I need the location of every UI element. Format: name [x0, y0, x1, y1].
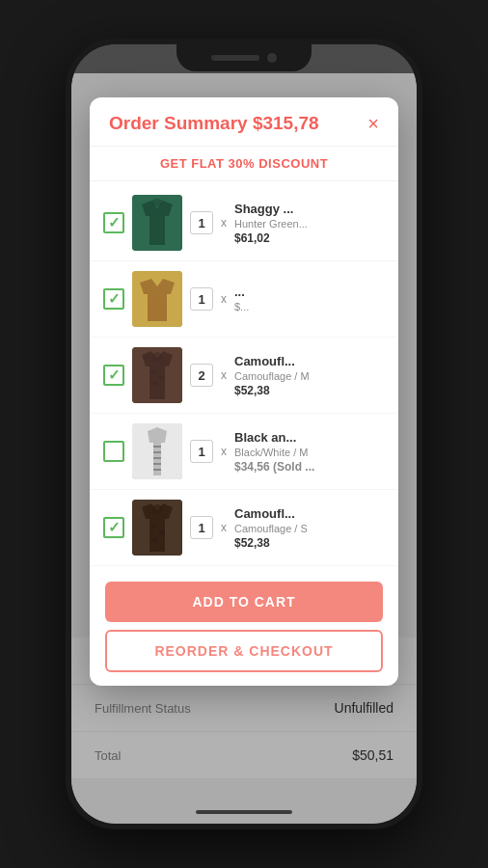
svg-rect-18 — [159, 530, 165, 535]
item-4-variant: Black/White / M — [234, 447, 385, 458]
svg-rect-3 — [148, 298, 167, 321]
close-button[interactable]: × — [367, 114, 379, 133]
checkmark-icon-5: ✓ — [108, 519, 121, 536]
modal-title: Order Summary $315,78 — [109, 113, 319, 134]
speaker-icon — [211, 55, 259, 61]
item-4-details: Black an... Black/White / M $34,56 (Sold… — [234, 430, 385, 474]
add-to-cart-button[interactable]: ADD TO CART — [105, 582, 383, 622]
reorder-checkout-button[interactable]: REORDER & CHECKOUT — [105, 630, 383, 672]
item-2-variant: $... — [234, 301, 385, 312]
item-4-name: Black an... — [234, 430, 385, 445]
item-3-clothing-svg — [132, 347, 182, 403]
order-item-4: 1 x Black an... Black/White / M $34,56 (… — [90, 414, 398, 490]
items-list: ✓ 1 x — [90, 181, 398, 570]
checkmark-icon: ✓ — [108, 214, 121, 231]
item-2-image — [132, 271, 182, 327]
item-1-details: Shaggy ... Hunter Green... $61,02 — [234, 202, 385, 245]
item-4-checkbox[interactable] — [103, 441, 124, 462]
times-sign-2: x — [221, 292, 227, 306]
times-sign-1: x — [221, 216, 227, 230]
svg-point-16 — [152, 504, 162, 514]
checkmark-icon-2: ✓ — [108, 290, 121, 308]
phone-screen: Payment Status Pending Fulfillment Statu… — [71, 44, 417, 824]
item-1-price: $61,02 — [234, 231, 385, 245]
item-4-clothing-svg — [132, 423, 182, 479]
item-3-price: $52,38 — [234, 384, 385, 397]
item-5-details: Camoufl... Camouflage / S $52,38 — [234, 506, 385, 550]
item-1-clothing-svg — [132, 195, 182, 251]
item-5-clothing-svg — [132, 500, 182, 556]
modal-header: Order Summary $315,78 × — [90, 97, 398, 147]
svg-rect-7 — [159, 376, 164, 380]
order-summary-modal: Order Summary $315,78 × GET FLAT 30% DIS… — [90, 97, 398, 686]
times-sign-5: x — [221, 521, 227, 534]
item-4-image — [132, 423, 182, 479]
item-1-quantity: 1 — [190, 211, 213, 234]
item-2-clothing-svg — [132, 271, 182, 327]
svg-rect-6 — [149, 370, 155, 375]
phone-notch — [176, 44, 312, 71]
item-2-quantity: 1 — [190, 287, 213, 311]
order-item-1: ✓ 1 x — [90, 185, 398, 261]
item-3-quantity: 2 — [190, 364, 213, 387]
order-item-2: ✓ 1 x — [90, 261, 398, 338]
order-item-3: ✓ — [90, 338, 398, 414]
checkmark-icon-3: ✓ — [108, 366, 121, 384]
item-5-name: Camoufl... — [234, 506, 385, 521]
item-3-image — [132, 347, 182, 403]
discount-banner: GET FLAT 30% DISCOUNT — [90, 147, 398, 181]
modal-overlay: Order Summary $315,78 × GET FLAT 30% DIS… — [71, 44, 417, 824]
item-1-image — [132, 195, 182, 251]
modal-actions: ADD TO CART REORDER & CHECKOUT — [90, 570, 398, 686]
svg-point-1 — [151, 199, 163, 206]
phone-frame: Payment Status Pending Fulfillment Statu… — [66, 39, 422, 829]
camera-icon — [267, 53, 277, 63]
item-5-quantity: 1 — [190, 516, 213, 539]
times-sign-4: x — [221, 445, 227, 458]
svg-rect-19 — [151, 538, 158, 542]
item-2-checkbox[interactable]: ✓ — [103, 288, 124, 310]
times-sign-3: x — [221, 368, 227, 382]
item-3-variant: Camouflage / M — [234, 370, 385, 382]
item-2-details: ... $... — [234, 285, 385, 314]
item-4-price: $34,56 (Sold ... — [234, 460, 385, 474]
item-1-checkbox[interactable]: ✓ — [103, 212, 124, 233]
svg-point-5 — [152, 352, 162, 362]
order-item-5: ✓ — [90, 490, 398, 566]
item-5-price: $52,38 — [234, 536, 385, 550]
item-3-details: Camoufl... Camouflage / M $52,38 — [234, 354, 385, 397]
item-5-checkbox[interactable]: ✓ — [103, 517, 124, 538]
item-4-quantity: 1 — [190, 440, 213, 463]
item-1-variant: Hunter Green... — [234, 218, 385, 230]
screen-content: Payment Status Pending Fulfillment Statu… — [71, 44, 417, 824]
svg-rect-8 — [151, 382, 158, 386]
item-3-name: Camoufl... — [234, 354, 385, 368]
item-3-checkbox[interactable]: ✓ — [103, 365, 124, 386]
item-5-image — [132, 500, 182, 556]
item-1-name: Shaggy ... — [234, 202, 385, 216]
svg-rect-17 — [150, 525, 155, 529]
item-5-variant: Camouflage / S — [234, 523, 385, 534]
item-2-name: ... — [234, 285, 385, 299]
